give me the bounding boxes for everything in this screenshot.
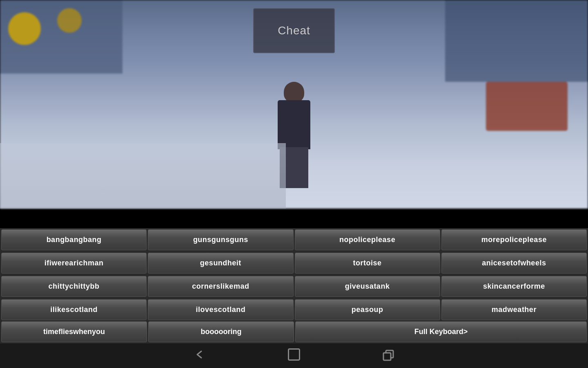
cheat-row-4: ilikescotland ilovescotland peasoup madw… [0, 298, 588, 321]
recent-button[interactable] [382, 348, 395, 364]
android-navbar [0, 343, 588, 368]
ground [0, 143, 286, 209]
btn-ilovescotland[interactable]: ilovescotland [148, 299, 293, 320]
sign-yellow [8, 12, 41, 45]
btn-tortoise[interactable]: tortoise [295, 253, 440, 274]
btn-chittychittybb[interactable]: chittychittybb [1, 276, 147, 297]
cheat-dialog: Cheat [253, 8, 335, 53]
btn-ilikescotland[interactable]: ilikescotland [1, 299, 147, 320]
btn-gesundheit[interactable]: gesundheit [148, 253, 293, 274]
btn-skincancerforme[interactable]: skincancerforme [441, 276, 587, 297]
btn-morepoliceplease[interactable]: morepoliceplease [441, 229, 587, 250]
building-right [445, 0, 588, 82]
cheat-row-5: timeflieswhenyou boooooring Full Keyboar… [0, 321, 588, 343]
btn-nopoliceplease[interactable]: nopoliceplease [295, 229, 440, 250]
cheat-panel: bangbangbang gunsgunsguns nopoliceplease… [0, 228, 588, 343]
sign-yellow2 [57, 8, 82, 33]
char-body [278, 100, 310, 149]
cheat-row-1: bangbangbang gunsgunsguns nopoliceplease… [0, 228, 588, 251]
cheat-label: Cheat [278, 24, 310, 37]
btn-madweather[interactable]: madweather [441, 299, 587, 320]
cheat-row-3: chittychittybb cornerslikemad giveusatan… [0, 275, 588, 298]
btn-ifiwerearichman[interactable]: ifiwerearichman [1, 253, 147, 274]
truck [486, 82, 568, 131]
btn-bangbangbang[interactable]: bangbangbang [1, 229, 147, 250]
btn-giveusatank[interactable]: giveusatank [295, 276, 440, 297]
btn-gunsgunsguns[interactable]: gunsgunsguns [148, 229, 293, 250]
btn-full-keyboard[interactable]: Full Keyboard> [295, 321, 587, 342]
home-button[interactable] [288, 348, 300, 363]
btn-boooooring[interactable]: boooooring [148, 321, 294, 342]
cheat-row-2: ifiwerearichman gesundheit tortoise anic… [0, 251, 588, 275]
back-button[interactable] [193, 348, 206, 364]
btn-peasoup[interactable]: peasoup [295, 299, 440, 320]
svg-rect-1 [383, 353, 391, 360]
btn-anicesetofwheels[interactable]: anicesetofwheels [441, 253, 587, 274]
btn-timeflieswhenyou[interactable]: timeflieswhenyou [1, 321, 147, 342]
home-icon [288, 348, 300, 361]
char-head [284, 82, 304, 102]
btn-cornerslikemad[interactable]: cornerslikemad [148, 276, 293, 297]
